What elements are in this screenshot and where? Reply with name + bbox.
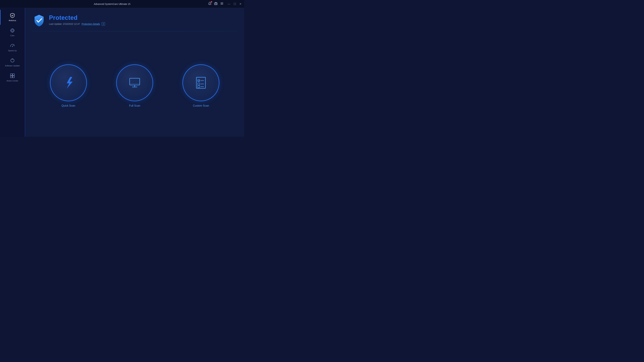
minimize-button[interactable]: — [228, 2, 230, 5]
status-section: Protected Last Update: 2/10/2022 12:47 P… [25, 8, 244, 31]
quick-scan-circle [50, 64, 87, 101]
svg-rect-15 [12, 74, 14, 76]
monitor-icon [127, 75, 142, 90]
lightning-icon [61, 75, 76, 90]
sidebar-item-software-updater[interactable]: Software Updater [0, 55, 25, 70]
sidebar-item-action-center[interactable]: Action Center [0, 70, 25, 85]
notification-icon[interactable] [208, 2, 212, 6]
care-label: Care [10, 34, 14, 37]
svg-rect-17 [12, 76, 14, 78]
full-scan-label: Full Scan [129, 104, 140, 107]
antivirus-icon [10, 13, 15, 18]
sidebar-item-care[interactable]: Care [0, 25, 25, 40]
antivirus-label: Antivirus [9, 19, 16, 22]
svg-rect-26 [198, 83, 200, 85]
titlebar: Advanced SystemCare Ultimate 15 [0, 0, 244, 8]
svg-rect-0 [214, 3, 217, 5]
svg-rect-19 [130, 78, 140, 85]
care-icon [10, 28, 15, 33]
custom-scan-label: Custom Scan [193, 104, 209, 107]
svg-rect-14 [10, 74, 12, 76]
status-subtitle: Last Update: 2/10/2022 12:47 Protection … [49, 22, 105, 26]
protection-plus-button[interactable]: + [102, 22, 105, 26]
scan-section: Quick Scan Full Scan [25, 31, 244, 137]
sidebar-item-speedup[interactable]: Speed Up [0, 40, 25, 55]
menu-icon[interactable] [220, 2, 224, 6]
speedup-label: Speed Up [8, 50, 16, 52]
status-title: Protected [49, 14, 105, 21]
speedup-icon [10, 43, 15, 48]
quick-scan-label: Quick Scan [62, 104, 75, 107]
action-center-icon [10, 73, 15, 78]
store-icon[interactable] [214, 2, 218, 6]
svg-point-11 [12, 46, 13, 47]
shield-icon [33, 14, 45, 26]
titlebar-controls: — ☐ ✕ [208, 2, 242, 6]
software-updater-label: Software Updater [5, 64, 20, 67]
maximize-button[interactable]: ☐ [234, 2, 236, 5]
quick-scan-button[interactable]: Quick Scan [50, 64, 87, 107]
app-body: Antivirus Care Speed Up [0, 8, 244, 137]
app-title: Advanced SystemCare Ultimate 15 [16, 3, 208, 5]
last-update-text: Last Update: 2/10/2022 12:47 [49, 23, 80, 25]
full-scan-circle [116, 64, 153, 101]
sidebar-item-antivirus[interactable]: Antivirus [0, 10, 25, 25]
custom-scan-circle [182, 64, 219, 101]
close-button[interactable]: ✕ [239, 2, 242, 5]
sidebar: Antivirus Care Speed Up [0, 8, 25, 137]
status-text-block: Protected Last Update: 2/10/2022 12:47 P… [49, 14, 105, 26]
action-center-label: Action Center [6, 80, 18, 82]
protection-details-link[interactable]: Protection Details [82, 23, 100, 25]
full-scan-button[interactable]: Full Scan [116, 64, 153, 107]
main-content: Protected Last Update: 2/10/2022 12:47 P… [25, 8, 244, 137]
window-controls: — ☐ ✕ [228, 2, 242, 5]
svg-rect-28 [198, 86, 200, 88]
custom-scan-button[interactable]: Custom Scan [182, 64, 219, 107]
checklist-icon [193, 75, 208, 90]
svg-marker-18 [67, 77, 72, 89]
software-updater-icon [10, 58, 15, 63]
svg-point-4 [11, 29, 14, 32]
svg-point-5 [12, 30, 13, 31]
svg-rect-16 [10, 76, 12, 78]
